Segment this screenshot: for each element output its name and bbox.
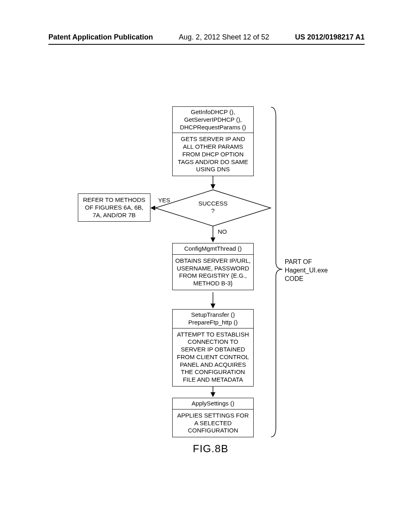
- brace-label: PART OF Hagent_UI.exe CODE: [285, 258, 341, 283]
- box-apply-body: APPLIES SETTINGS FOR A SELECTED CONFIGUR…: [173, 409, 253, 437]
- edge-label-yes: YES: [158, 197, 170, 204]
- figure-label: FIG.8B: [193, 443, 228, 455]
- box-cfg-body: OBTAINS SERVER IP/URL, USERNAME, PASSWOR…: [173, 255, 253, 290]
- decision-text: SUCCESS: [198, 200, 228, 207]
- box-dhcp-body: GETS SERVER IP AND ALL OTHER PARAMS FROM…: [173, 133, 253, 176]
- decision-qmark: ?: [211, 207, 215, 214]
- box-apply-title: ApplySettings (): [173, 398, 253, 409]
- box-setup-transfer: SetupTransfer () PrepareFtp_http () ATTE…: [172, 309, 254, 387]
- brace-icon: [271, 107, 282, 437]
- flowchart-canvas: SUCCESS ? REFER TO METHODS OF FIGURES 6A…: [0, 0, 413, 532]
- box-dhcp-title: GetInfoDHCP (), GetServerIPDHCP (), DHCP…: [173, 107, 253, 133]
- box-config-mgmt-thread: ConfigMgmtThread () OBTAINS SERVER IP/UR…: [172, 243, 254, 290]
- box-refer-text: REFER TO METHODS OF FIGURES 6A, 6B, 7A, …: [83, 196, 145, 218]
- box-apply-settings: ApplySettings () APPLIES SETTINGS FOR A …: [172, 398, 254, 437]
- box-setup-title: SetupTransfer () PrepareFtp_http (): [173, 310, 253, 328]
- box-cfg-title: ConfigMgmtThread (): [173, 243, 253, 255]
- box-setup-body: ATTEMPT TO ESTABLISH CONNECTION TO SERVE…: [173, 328, 253, 386]
- edge-label-no: NO: [218, 228, 227, 235]
- box-getinfo-dhcp: GetInfoDHCP (), GetServerIPDHCP (), DHCP…: [172, 106, 254, 176]
- box-refer-methods: REFER TO METHODS OF FIGURES 6A, 6B, 7A, …: [78, 193, 150, 222]
